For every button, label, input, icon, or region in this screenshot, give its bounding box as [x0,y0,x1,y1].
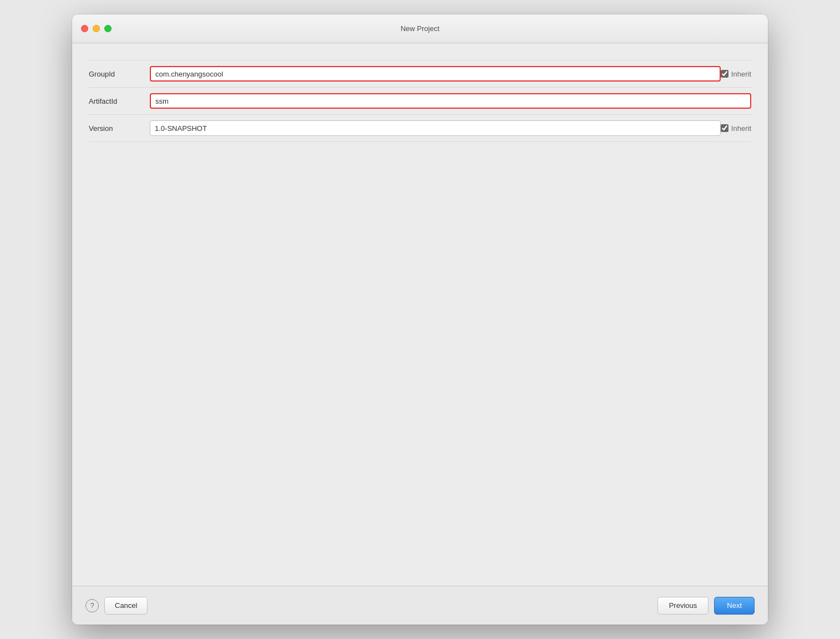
help-button[interactable]: ? [85,599,99,612]
dialog-footer: ? Cancel Previous Next [72,586,768,625]
next-button[interactable]: Next [714,597,755,615]
version-row: Version Inherit [89,115,751,142]
footer-left: ? Cancel [85,597,148,615]
groupid-inherit-label: Inherit [731,70,751,78]
version-input-wrapper [150,120,721,136]
version-label: Version [89,124,150,133]
cancel-button[interactable]: Cancel [104,597,148,615]
groupid-input[interactable] [150,66,721,82]
artifactid-row: ArtifactId [89,88,751,115]
groupid-row: GroupId Inherit [89,60,751,88]
minimize-button[interactable] [93,25,100,32]
version-inherit-label: Inherit [731,124,751,133]
dialog-title: New Project [401,24,439,33]
groupid-inherit-wrapper: Inherit [721,70,751,78]
close-button[interactable] [81,25,88,32]
version-input[interactable] [150,120,721,136]
artifactid-label: ArtifactId [89,97,150,105]
new-project-dialog: New Project GroupId Inherit ArtifactId [72,14,768,625]
traffic-light-buttons [81,25,112,32]
version-inherit-checkbox[interactable] [721,124,728,132]
groupid-label: GroupId [89,70,150,78]
title-bar: New Project [72,14,768,43]
maximize-button[interactable] [104,25,112,32]
form-area: GroupId Inherit ArtifactId Version [89,60,751,142]
footer-right: Previous Next [657,597,755,615]
dialog-content: GroupId Inherit ArtifactId Version [72,43,768,586]
artifactid-input-wrapper [150,93,751,109]
artifactid-input[interactable] [150,93,751,109]
previous-button[interactable]: Previous [657,597,709,615]
version-inherit-wrapper: Inherit [721,124,751,133]
groupid-inherit-checkbox[interactable] [721,70,728,78]
groupid-input-wrapper [150,66,721,82]
